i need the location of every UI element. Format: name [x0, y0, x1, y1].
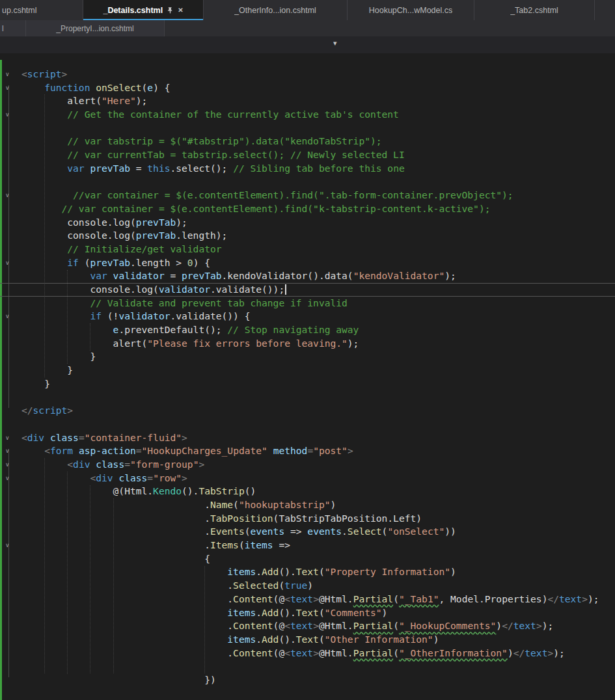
code-line[interactable]: var prevTab = this.select(); // Sibling …: [0, 162, 615, 176]
code-text: </script>: [21, 404, 73, 418]
pin-icon[interactable]: [167, 7, 174, 14]
code-text: console.log(validator.validate());: [21, 283, 286, 297]
fold-chevron-icon[interactable]: ∨: [0, 108, 21, 122]
code-text: }: [21, 377, 50, 391]
code-text: alert("Please fix errors before leaving.…: [21, 337, 359, 351]
code-line[interactable]: items.Add().Text("Comments"): [0, 606, 615, 620]
code-line[interactable]: @(Html.Kendo().TabStrip(): [0, 485, 615, 498]
code-text: e.preventDefault(); // Stop navigating a…: [21, 323, 359, 337]
fold-chevron-icon[interactable]: ∨: [0, 472, 21, 485]
fold-chevron-icon[interactable]: ∨: [0, 68, 21, 81]
gutter-margin: [0, 350, 21, 364]
code-line[interactable]: // Validate and prevent tab change if in…: [0, 297, 615, 310]
code-text: <form asp-action="HookupCharges_Update" …: [21, 444, 353, 458]
gutter-margin: [0, 525, 21, 539]
code-text: {: [21, 552, 210, 566]
doc-tab--details-cshtml[interactable]: _Details.cshtml✕: [83, 0, 204, 20]
text-caret: [285, 284, 286, 295]
code-line[interactable]: .TabPosition(TabStripTabPosition.Left): [0, 512, 615, 526]
code-line[interactable]: }: [0, 364, 615, 377]
code-text: .Name("hookuptabstrip"): [21, 498, 336, 512]
code-line[interactable]: console.log(prevTab.length);: [0, 229, 615, 243]
code-line[interactable]: {: [0, 552, 615, 566]
fold-chevron-icon[interactable]: ∨: [0, 431, 21, 445]
code-line[interactable]: ∨ // Get the container of the currently …: [0, 108, 615, 122]
code-line[interactable]: }): [0, 673, 615, 687]
code-line[interactable]: ∨ if (prevTab.length > 0) {: [0, 256, 615, 270]
code-line[interactable]: console.log(validator.validate());: [0, 283, 615, 297]
code-line[interactable]: }: [0, 350, 615, 364]
code-line[interactable]: ∨ <div class="row">: [0, 472, 615, 485]
doc-tab--tab2-cshtml[interactable]: _Tab2.cshtml: [474, 0, 595, 20]
fold-chevron-icon[interactable]: ∨: [0, 256, 21, 270]
gutter-margin: [0, 552, 21, 566]
fold-chevron-icon[interactable]: ∨: [0, 189, 21, 202]
code-text: // var tabstrip = $("#tabstrip").data("k…: [21, 135, 382, 148]
code-line[interactable]: // Initialize/get validator: [0, 243, 615, 256]
fold-chevron-icon[interactable]: ∨: [0, 310, 21, 323]
code-line[interactable]: ∨ if (!validator.validate()) {: [0, 310, 615, 323]
gutter-margin: [0, 391, 21, 405]
code-line[interactable]: .Content(@<text>@Html.Partial("_Tab1", M…: [0, 593, 615, 606]
close-icon[interactable]: ✕: [178, 7, 183, 14]
code-line[interactable]: [0, 418, 615, 431]
doc-tab--tab1-csht[interactable]: _Tab1.csht: [595, 0, 615, 20]
gutter-margin: [0, 135, 21, 148]
doc-tab-up-cshtml[interactable]: up.cshtml: [0, 0, 83, 20]
code-line[interactable]: ∨ <div class="form-group">: [0, 458, 615, 472]
chevron-down-icon[interactable]: ▾: [333, 40, 337, 47]
gutter-margin: [0, 323, 21, 337]
code-line[interactable]: ∨ function onSelect(e) {: [0, 81, 615, 95]
gutter-margin: [0, 673, 21, 687]
code-line[interactable]: // var tabstrip = $("#tabstrip").data("k…: [0, 135, 615, 148]
gutter-margin: [0, 162, 21, 176]
fold-chevron-icon[interactable]: ∨: [0, 539, 21, 552]
code-line[interactable]: ∨ //var container = $(e.contentElement).…: [0, 189, 615, 202]
code-line[interactable]: [0, 122, 615, 135]
code-line[interactable]: items.Add().Text("Other Information"): [0, 633, 615, 647]
gutter-margin: [0, 377, 21, 391]
code-text: function onSelect(e) {: [21, 81, 171, 95]
tab-label: _OtherInfo...ion.cshtml: [234, 6, 316, 15]
code-text: console.log(prevTab.length);: [21, 229, 227, 243]
code-editor[interactable]: ∨<script>∨ function onSelect(e) { alert(…: [0, 53, 615, 700]
code-line[interactable]: </script>: [0, 404, 615, 418]
fold-chevron-icon[interactable]: ∨: [0, 458, 21, 472]
code-line[interactable]: .Content(@<text>@Html.Partial("_OtherInf…: [0, 647, 615, 660]
code-line[interactable]: .Name("hookuptabstrip"): [0, 498, 615, 512]
code-line[interactable]: }: [0, 377, 615, 391]
code-line[interactable]: e.preventDefault(); // Stop navigating a…: [0, 323, 615, 337]
code-line[interactable]: var validator = prevTab.kendoValidator()…: [0, 269, 615, 283]
code-line[interactable]: .Content(@<text>@Html.Partial("_HookupCo…: [0, 619, 615, 633]
code-line[interactable]: items.Add().Text("Property Information"): [0, 565, 615, 579]
gutter-margin: [0, 660, 21, 673]
code-line[interactable]: [0, 660, 615, 673]
code-line[interactable]: [0, 176, 615, 189]
code-line[interactable]: alert("Please fix errors before leaving.…: [0, 337, 615, 351]
code-line[interactable]: ∨<script>: [0, 68, 615, 81]
doc-tab--propertyi-ion-cshtml[interactable]: _PropertyI...ion.cshtml: [26, 20, 165, 36]
doc-tab-hookupch-wmodel-cs[interactable]: HookupCh...wModel.cs: [348, 0, 474, 20]
code-line[interactable]: ∨<div class="container-fluid">: [0, 431, 615, 445]
code-line[interactable]: .Selected(true): [0, 579, 615, 593]
fold-chevron-icon[interactable]: ∨: [0, 81, 21, 95]
code-line[interactable]: [0, 391, 615, 405]
gutter-margin: [0, 202, 21, 216]
code-lines: ∨<script>∨ function onSelect(e) { alert(…: [0, 68, 615, 687]
code-text: .Content(@<text>@Html.Partial("_OtherInf…: [21, 647, 565, 660]
code-line[interactable]: // var container = $(e.contentElement).f…: [0, 202, 615, 216]
code-text: }: [21, 350, 96, 364]
doc-tab--otherinfo-ion-cshtml[interactable]: _OtherInfo...ion.cshtml: [204, 0, 348, 20]
code-text: }): [21, 673, 216, 687]
doc-tab-l[interactable]: l: [0, 20, 26, 36]
gutter-margin: [0, 593, 21, 606]
code-line[interactable]: ∨ .Items(items =>: [0, 539, 615, 552]
code-line[interactable]: console.log(prevTab);: [0, 216, 615, 230]
code-line[interactable]: .Events(events => events.Select("onSelec…: [0, 525, 615, 539]
gutter-margin: [0, 512, 21, 526]
code-line[interactable]: ∨ <form asp-action="HookupCharges_Update…: [0, 444, 615, 458]
code-line[interactable]: // var currentTab = tabstrip.select(); /…: [0, 148, 615, 162]
fold-chevron-icon[interactable]: ∨: [0, 444, 21, 458]
code-line[interactable]: alert("Here");: [0, 94, 615, 108]
code-text: .Selected(true): [21, 579, 313, 593]
